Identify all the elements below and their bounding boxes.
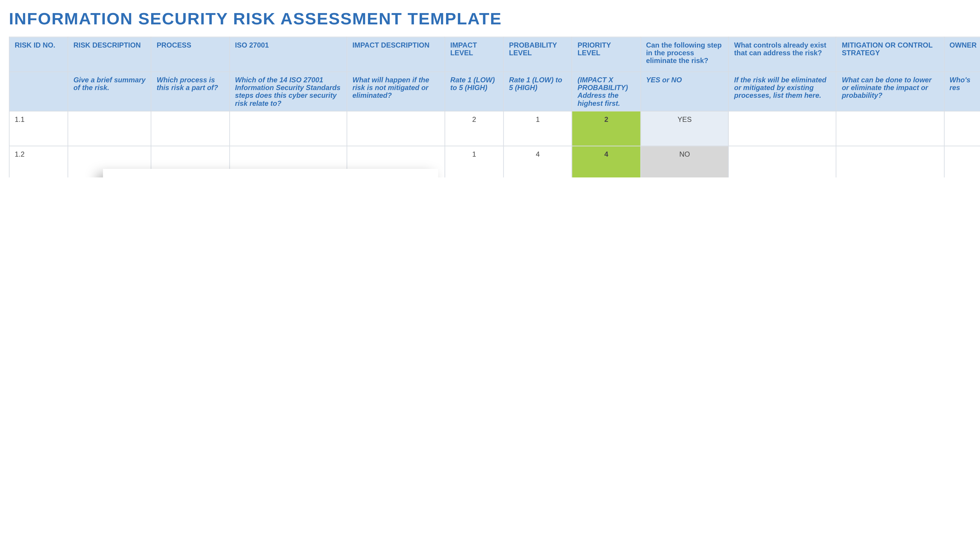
- table-cell[interactable]: 2: [572, 111, 641, 146]
- col-proc: PROCESS: [151, 37, 229, 72]
- sub-elim: YES or NO: [641, 72, 729, 111]
- col-own: OWNER: [944, 37, 980, 72]
- table-cell[interactable]: [729, 111, 837, 146]
- col-exist: What controls already exist that can add…: [729, 37, 837, 72]
- table-cell[interactable]: [347, 111, 445, 146]
- table-cell[interactable]: [944, 146, 980, 177]
- col-elim: Can the following step in the process el…: [641, 37, 729, 72]
- sub-exist: If the risk will be eliminated or mitiga…: [729, 72, 837, 111]
- sub-iso: Which of the 14 ISO 27001 Information Se…: [229, 72, 347, 111]
- table-cell[interactable]: 1.2: [9, 146, 68, 177]
- sub-own: Who's res: [944, 72, 980, 111]
- table-cell[interactable]: 1.1: [9, 111, 68, 146]
- table-cell[interactable]: YES: [641, 111, 729, 146]
- table-row[interactable]: 1.1212YES: [9, 111, 980, 146]
- table-cell[interactable]: [836, 146, 944, 177]
- sub-id: [9, 72, 68, 111]
- sub-impd: What will happen if the risk is not miti…: [347, 72, 445, 111]
- col-pl: PROBABILITY LEVEL: [504, 37, 572, 72]
- col-desc: RISK DESCRIPTION: [68, 37, 151, 72]
- risk-register-card: RISK REGISTER SCALE PROBABILITY IMPACT 5…: [103, 169, 438, 177]
- table-cell[interactable]: 4: [572, 146, 641, 177]
- table-cell[interactable]: [944, 111, 980, 146]
- table-cell[interactable]: [836, 111, 944, 146]
- sub-proc: Which process is this risk a part of?: [151, 72, 229, 111]
- sub-pr: (IMPACT X PROBABILITY) Address the highe…: [572, 72, 641, 111]
- table-cell[interactable]: 1: [504, 111, 572, 146]
- table-cell[interactable]: [729, 146, 837, 177]
- col-mit: MITIGATION OR CONTROL STRATEGY: [836, 37, 944, 72]
- col-pr: PRIORITY LEVEL: [572, 37, 641, 72]
- table-cell[interactable]: [229, 111, 347, 146]
- sub-pl: Rate 1 (LOW) to 5 (HIGH): [504, 72, 572, 111]
- col-impd: IMPACT DESCRIPTION: [347, 37, 445, 72]
- table-cell[interactable]: 2: [445, 111, 504, 146]
- col-il: IMPACT LEVEL: [445, 37, 504, 72]
- col-iso: ISO 27001: [229, 37, 347, 72]
- page-title: INFORMATION SECURITY RISK ASSESSMENT TEM…: [9, 9, 980, 29]
- table-cell[interactable]: [151, 111, 229, 146]
- table-cell[interactable]: 4: [504, 146, 572, 177]
- sub-mit: What can be done to lower or eliminate t…: [836, 72, 944, 111]
- col-id: RISK ID NO.: [9, 37, 68, 72]
- sub-il: Rate 1 (LOW) to 5 (HIGH): [445, 72, 504, 111]
- table-cell[interactable]: [68, 111, 151, 146]
- risk-table: RISK ID NO. RISK DESCRIPTION PROCESS ISO…: [9, 37, 980, 177]
- table-cell[interactable]: 1: [445, 146, 504, 177]
- table-cell[interactable]: NO: [641, 146, 729, 177]
- sub-desc: Give a brief summary of the risk.: [68, 72, 151, 111]
